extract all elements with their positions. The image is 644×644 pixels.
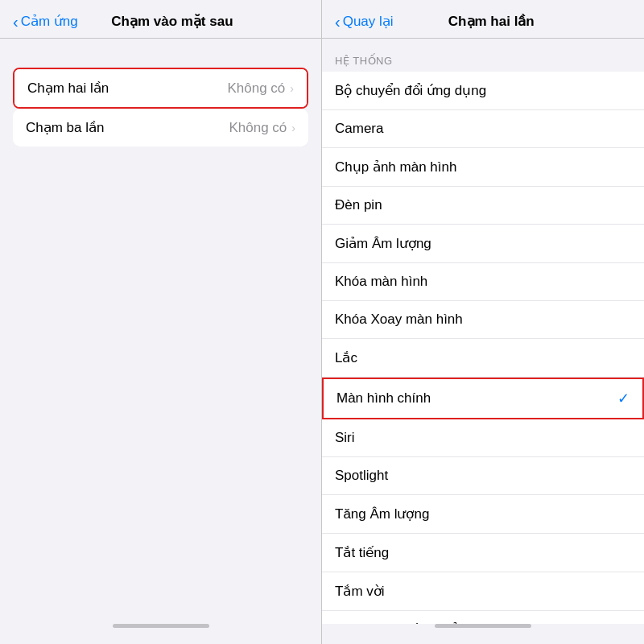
- double-tap-highlighted-row: Chạm hai lần Không có ›: [13, 68, 308, 109]
- left-back-label: Cảm ứng: [21, 13, 78, 30]
- left-bottom-bar: [0, 624, 321, 644]
- left-back-chevron-icon: ‹: [13, 14, 19, 30]
- list-item-label: Tắm vời: [335, 583, 631, 600]
- left-content: Chạm hai lần Không có › Chạm ba lần Khôn…: [0, 39, 321, 624]
- left-panel: ‹ Cảm ứng Chạm vào mặt sau Chạm hai lần …: [0, 0, 322, 644]
- list-item[interactable]: Siri: [322, 419, 644, 457]
- double-tap-value: Không có: [227, 80, 285, 97]
- triple-tap-group: Chạm ba lần Không có ›: [13, 109, 308, 147]
- left-home-indicator: [113, 624, 209, 628]
- list-item-label: Khóa màn hình: [335, 274, 631, 290]
- list-item-label: Đèn pin: [335, 197, 631, 213]
- right-home-indicator: [435, 624, 531, 628]
- triple-tap-label: Chạm ba lần: [26, 119, 229, 136]
- right-panel: ‹ Quay lại Chạm hai lần HỆ THỐNG Bộ chuy…: [322, 0, 644, 644]
- list-item[interactable]: Spotlight: [322, 457, 644, 495]
- list-item[interactable]: Khóa màn hình: [322, 263, 644, 301]
- list-item[interactable]: Bộ chuyển đổi ứng dụng: [322, 72, 644, 110]
- left-back-button[interactable]: ‹ Cảm ứng: [13, 13, 78, 30]
- list-item-label: Khóa Xoay màn hình: [335, 312, 631, 328]
- left-header: ‹ Cảm ứng Chạm vào mặt sau: [0, 0, 321, 39]
- checkmark-icon: ✓: [617, 390, 630, 407]
- list-item-label: Lắc: [335, 349, 631, 366]
- list-item[interactable]: Đèn pin: [322, 187, 644, 225]
- list-item-label: Giảm Âm lượng: [335, 235, 631, 252]
- list-item[interactable]: Tăng Âm lượng: [322, 495, 644, 534]
- list-item-label: Spotlight: [335, 468, 631, 484]
- list-item[interactable]: Trung tâm điều khiển: [322, 611, 644, 624]
- list-item[interactable]: Camera: [322, 110, 644, 148]
- right-back-button[interactable]: ‹ Quay lại: [335, 13, 394, 30]
- triple-tap-row[interactable]: Chạm ba lần Không có ›: [13, 109, 308, 147]
- list-item[interactable]: Tắt tiếng: [322, 534, 644, 572]
- list-item-label: Màn hình chính: [336, 390, 617, 407]
- list-item[interactable]: Màn hình chính✓: [322, 378, 644, 419]
- list-item-label: Tăng Âm lượng: [335, 506, 631, 522]
- triple-tap-value: Không có: [229, 120, 287, 136]
- double-tap-label: Chạm hai lần: [27, 80, 227, 97]
- list-item-label: Chụp ảnh màn hình: [335, 159, 631, 175]
- triple-tap-chevron-icon: ›: [291, 122, 295, 134]
- list-item-label: Siri: [335, 430, 631, 446]
- list-item[interactable]: Khóa Xoay màn hình: [322, 301, 644, 339]
- right-content: HỆ THỐNG Bộ chuyển đổi ứng dụngCameraChụ…: [322, 39, 644, 624]
- list-item-label: Camera: [335, 121, 631, 137]
- right-panel-title: Chạm hai lần: [400, 13, 583, 30]
- list-item-label: Bộ chuyển đổi ứng dụng: [335, 82, 631, 99]
- list-item[interactable]: Chụp ảnh màn hình: [322, 148, 644, 187]
- left-panel-title: Chạm vào mặt sau: [85, 13, 260, 30]
- right-header: ‹ Quay lại Chạm hai lần: [322, 0, 644, 39]
- list-item[interactable]: Lắc: [322, 339, 644, 378]
- list-item-label: Tắt tiếng: [335, 544, 631, 561]
- double-tap-row[interactable]: Chạm hai lần Không có ›: [14, 69, 307, 107]
- list-item[interactable]: Tắm vời: [322, 572, 644, 611]
- right-back-label: Quay lại: [343, 13, 394, 30]
- right-back-chevron-icon: ‹: [335, 14, 341, 30]
- list-item[interactable]: Giảm Âm lượng: [322, 225, 644, 263]
- right-bottom-bar: [322, 624, 644, 644]
- section-header: HỆ THỐNG: [322, 39, 644, 72]
- double-tap-chevron-icon: ›: [290, 82, 294, 95]
- system-actions-list: Bộ chuyển đổi ứng dụngCameraChụp ảnh màn…: [322, 72, 644, 624]
